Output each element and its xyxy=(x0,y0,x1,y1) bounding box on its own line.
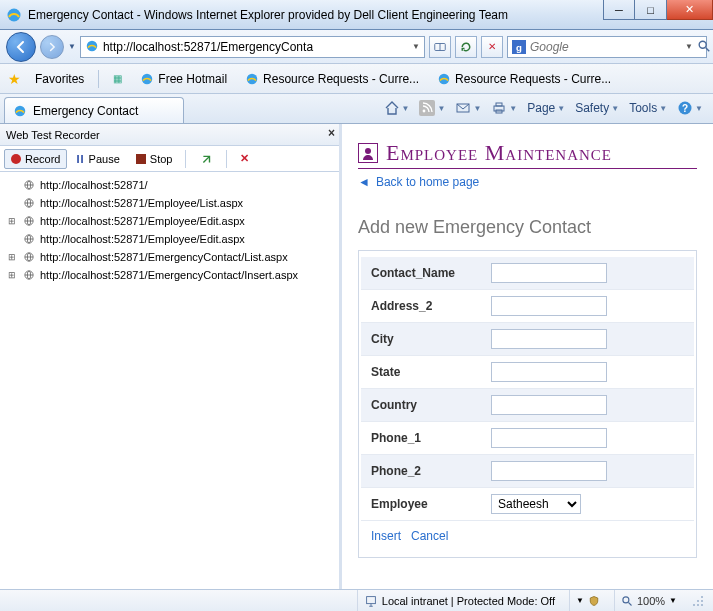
suggested-sites-button[interactable]: ▦ xyxy=(109,71,126,86)
zoom-control[interactable]: 100% ▼ xyxy=(614,590,683,612)
tree-expand-icon[interactable]: ⊞ xyxy=(6,248,18,266)
label-state: State xyxy=(371,365,491,379)
mail-button[interactable]: ▼ xyxy=(451,97,485,119)
form-row-country: Country xyxy=(361,388,694,421)
help-button[interactable]: ?▼ xyxy=(673,97,707,119)
request-tree-item[interactable]: ⊞http://localhost:52871/Employee/Edit.as… xyxy=(6,212,333,230)
stop-label: Stop xyxy=(150,153,173,165)
security-dropdown-icon: ▼ xyxy=(576,596,584,605)
record-button[interactable]: Record xyxy=(4,149,67,169)
svg-point-45 xyxy=(701,600,703,602)
svg-point-38 xyxy=(365,148,371,154)
google-icon: g xyxy=(512,40,526,54)
favorites-button[interactable]: Favorites xyxy=(31,70,88,88)
forward-button[interactable] xyxy=(40,35,64,59)
url-dropdown-icon[interactable]: ▼ xyxy=(412,42,420,51)
input-phone-1[interactable] xyxy=(491,428,607,448)
url-input[interactable] xyxy=(103,40,408,54)
input-address-2[interactable] xyxy=(491,296,607,316)
window-minimize-button[interactable]: ─ xyxy=(603,0,635,20)
select-employee[interactable]: Satheesh xyxy=(491,494,581,514)
search-box[interactable]: g ▼ xyxy=(507,36,707,58)
svg-text:g: g xyxy=(516,41,522,52)
tree-expand-icon[interactable]: ⊞ xyxy=(6,212,18,230)
back-link-label: Back to home page xyxy=(376,175,479,189)
fav-link-label: Resource Requests - Curre... xyxy=(455,72,611,86)
search-input[interactable] xyxy=(530,40,681,54)
request-tree[interactable]: http://localhost:52871/http://localhost:… xyxy=(0,172,339,589)
fav-link-resource-1[interactable]: Resource Requests - Curre... xyxy=(241,70,423,88)
safety-menu[interactable]: Safety▼ xyxy=(571,97,623,119)
input-country[interactable] xyxy=(491,395,607,415)
tree-expand-icon[interactable]: ⊞ xyxy=(6,266,18,284)
feeds-button[interactable]: ▼ xyxy=(415,97,449,119)
zoom-dropdown-icon: ▼ xyxy=(669,596,677,605)
request-icon xyxy=(22,178,36,192)
window-maximize-button[interactable]: □ xyxy=(635,0,667,20)
fav-link-resource-2[interactable]: Resource Requests - Curre... xyxy=(433,70,615,88)
request-tree-item[interactable]: http://localhost:52871/ xyxy=(6,176,333,194)
back-button[interactable] xyxy=(6,32,36,62)
nav-history-dropdown[interactable]: ▼ xyxy=(68,42,76,51)
resize-grip-icon[interactable] xyxy=(691,594,705,608)
recorder-title: Web Test Recorder xyxy=(6,129,100,141)
stop-button[interactable]: ✕ xyxy=(481,36,503,58)
insert-link[interactable]: Insert xyxy=(371,529,401,543)
request-tree-item[interactable]: ⊞http://localhost:52871/EmergencyContact… xyxy=(6,248,333,266)
request-url: http://localhost:52871/Employee/Edit.asp… xyxy=(40,230,245,248)
compat-view-button[interactable] xyxy=(429,36,451,58)
label-employee: Employee xyxy=(371,497,491,511)
form-row-city: City xyxy=(361,322,694,355)
stop-button[interactable]: Stop xyxy=(129,149,180,169)
security-status[interactable]: ▼ xyxy=(569,590,606,612)
home-button[interactable]: ▼ xyxy=(380,97,414,119)
input-contact-name[interactable] xyxy=(491,263,607,283)
request-icon xyxy=(22,196,36,210)
search-dropdown-icon[interactable]: ▼ xyxy=(685,42,693,51)
request-icon xyxy=(22,268,36,282)
cancel-link[interactable]: Cancel xyxy=(411,529,448,543)
back-to-home-link[interactable]: ◄ Back to home page xyxy=(358,175,697,189)
window-close-button[interactable]: ✕ xyxy=(667,0,713,20)
svg-line-7 xyxy=(706,47,710,51)
request-tree-item[interactable]: ⊞http://localhost:52871/EmergencyContact… xyxy=(6,266,333,284)
svg-point-13 xyxy=(423,110,426,113)
request-url: http://localhost:52871/ xyxy=(40,176,148,194)
input-city[interactable] xyxy=(491,329,607,349)
svg-text:?: ? xyxy=(682,103,688,114)
tools-menu[interactable]: Tools▼ xyxy=(625,97,671,119)
fav-link-label: Resource Requests - Curre... xyxy=(263,72,419,86)
page-menu[interactable]: Page▼ xyxy=(523,97,569,119)
svg-point-47 xyxy=(697,600,699,602)
request-url: http://localhost:52871/Employee/Edit.asp… xyxy=(40,212,245,230)
shield-icon xyxy=(588,595,600,607)
app-logo-icon xyxy=(358,143,378,163)
input-phone-2[interactable] xyxy=(491,461,607,481)
page-menu-label: Page xyxy=(527,101,555,115)
refresh-button[interactable] xyxy=(455,36,477,58)
search-go-icon[interactable] xyxy=(697,39,711,55)
browser-tab[interactable]: Emergency Contact xyxy=(4,97,184,123)
request-tree-item[interactable]: http://localhost:52871/Employee/List.asp… xyxy=(6,194,333,212)
recorder-close-button[interactable]: × xyxy=(328,126,335,140)
zoom-label: 100% xyxy=(637,595,665,607)
clear-button[interactable]: ✕ xyxy=(233,149,256,169)
print-button[interactable]: ▼ xyxy=(487,97,521,119)
favorites-star-icon[interactable]: ★ xyxy=(8,71,21,87)
ie-page-icon xyxy=(140,72,154,86)
request-tree-item[interactable]: http://localhost:52871/Employee/Edit.asp… xyxy=(6,230,333,248)
add-comment-button[interactable] xyxy=(192,149,220,169)
svg-rect-16 xyxy=(496,103,502,106)
label-phone-2: Phone_2 xyxy=(371,464,491,478)
pause-button[interactable]: II Pause xyxy=(69,149,126,169)
window-title: Emergency Contact - Windows Internet Exp… xyxy=(28,8,508,22)
form-row-contact-name: Contact_Name xyxy=(361,257,694,289)
ie-page-icon xyxy=(13,104,27,118)
fav-link-hotmail[interactable]: Free Hotmail xyxy=(136,70,231,88)
input-state[interactable] xyxy=(491,362,607,382)
stop-icon xyxy=(136,154,146,164)
recorder-header: Web Test Recorder × xyxy=(0,124,339,146)
app-header: Employee Maintenance xyxy=(358,140,697,169)
svg-point-6 xyxy=(699,41,706,48)
address-bar[interactable]: ▼ xyxy=(80,36,425,58)
